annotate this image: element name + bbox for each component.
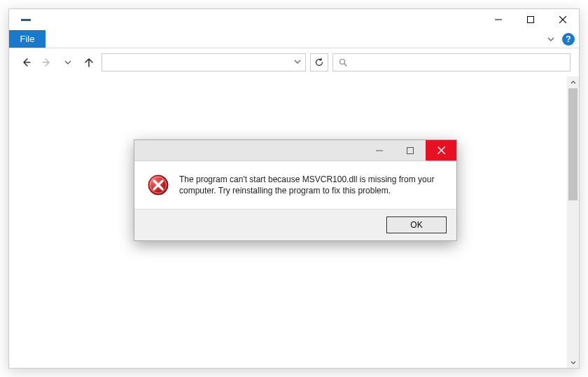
dialog-close-button[interactable]	[426, 140, 456, 160]
close-button[interactable]	[547, 9, 579, 30]
svg-rect-0	[528, 17, 534, 23]
chevron-up-icon	[570, 80, 576, 85]
address-bar[interactable]	[102, 53, 306, 71]
svg-point-1	[340, 60, 345, 64]
back-button[interactable]	[18, 54, 34, 71]
maximize-button[interactable]	[514, 9, 547, 30]
maximize-icon	[407, 147, 414, 154]
recent-locations-button[interactable]	[59, 54, 76, 71]
window-titlebar	[9, 9, 579, 30]
close-icon	[559, 16, 566, 23]
close-icon	[438, 146, 445, 154]
address-dropdown-button[interactable]	[294, 57, 301, 67]
up-button[interactable]	[80, 54, 97, 71]
chevron-down-icon	[294, 58, 301, 65]
arrow-up-icon	[83, 57, 94, 68]
dialog-footer: OK	[134, 209, 456, 240]
svg-rect-2	[407, 147, 414, 153]
minimize-icon	[376, 147, 383, 154]
refresh-icon	[314, 57, 324, 67]
ok-button[interactable]: OK	[386, 217, 447, 233]
file-tab[interactable]: File	[9, 30, 46, 48]
dialog-titlebar	[134, 140, 456, 161]
error-icon	[147, 174, 169, 196]
dialog-message: The program can't start because MSVCR100…	[179, 174, 441, 196]
chevron-down-icon	[547, 36, 554, 43]
chevron-down-icon	[64, 59, 71, 66]
vertical-scrollbar[interactable]	[567, 76, 579, 368]
forward-button[interactable]	[38, 54, 55, 71]
error-dialog: The program can't start because MSVCR100…	[134, 139, 457, 241]
qat-line-icon	[21, 19, 31, 21]
search-icon	[339, 58, 347, 67]
minimize-button[interactable]	[482, 9, 514, 30]
dialog-minimize-button[interactable]	[364, 140, 395, 160]
scrollbar-thumb[interactable]	[568, 88, 578, 200]
scroll-down-button[interactable]	[567, 356, 579, 368]
maximize-icon	[527, 16, 534, 23]
search-input[interactable]	[332, 53, 570, 71]
minimize-icon	[495, 16, 502, 23]
explorer-window: File ?	[8, 8, 580, 369]
refresh-button[interactable]	[310, 53, 328, 71]
dialog-maximize-button[interactable]	[395, 140, 426, 160]
help-button[interactable]: ?	[562, 33, 575, 46]
ribbon-collapse-button[interactable]	[544, 32, 558, 46]
scroll-up-button[interactable]	[567, 76, 579, 88]
quick-access-toolbar-button[interactable]	[13, 12, 38, 27]
arrow-right-icon	[41, 57, 52, 68]
content-area: The program can't start because MSVCR100…	[9, 76, 579, 368]
ribbon-tabs: File ?	[9, 30, 579, 48]
chevron-down-icon	[570, 359, 576, 365]
navigation-bar	[9, 48, 579, 76]
arrow-left-icon	[20, 57, 31, 68]
